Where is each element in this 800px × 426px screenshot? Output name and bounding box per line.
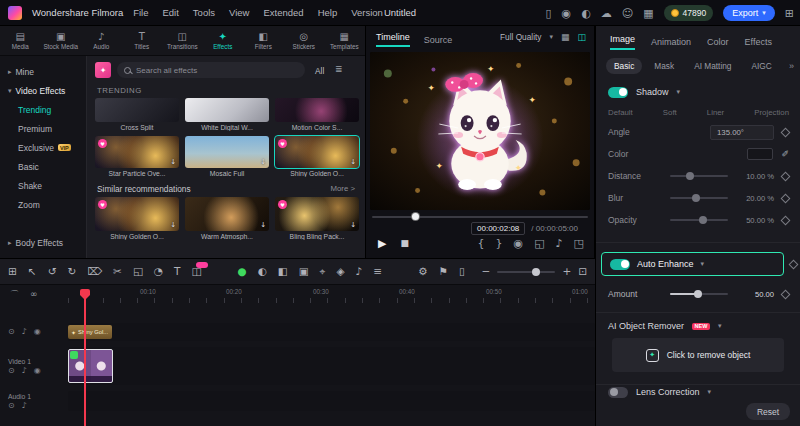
chevron-down-icon[interactable]: ▾ <box>701 260 705 268</box>
compare-view-icon[interactable]: ◫ <box>577 33 586 42</box>
tab-transitions[interactable]: ◫Transitions <box>162 26 203 55</box>
sidebar-item-shake[interactable]: Shake <box>0 176 86 195</box>
keyframe-icon[interactable]: ◈ <box>336 266 344 277</box>
workspace-icon[interactable]: ▦ <box>643 8 653 19</box>
track-mute-icon[interactable]: ♪ <box>22 402 27 410</box>
current-timecode[interactable]: 00:00:02:08 <box>471 222 525 235</box>
subtab-ai-matting[interactable]: AI Matting <box>686 58 739 74</box>
grid-view-icon[interactable]: ▦ <box>561 33 570 42</box>
tab-stickers[interactable]: ◎Stickers <box>284 26 325 55</box>
tab-stock-media[interactable]: ▣Stock Media <box>41 26 82 55</box>
menu-view[interactable]: View <box>229 7 249 18</box>
audio-mixer-icon[interactable]: ≡ <box>373 266 382 277</box>
text-tool-icon[interactable]: T <box>174 266 180 277</box>
tab-animation[interactable]: Animation <box>651 37 691 47</box>
audio-track-lane[interactable] <box>68 391 595 411</box>
motion-track-icon[interactable]: ⌖ <box>320 266 326 277</box>
snapshot-icon[interactable]: ◉ <box>514 238 524 249</box>
amount-slider[interactable] <box>670 293 728 295</box>
split-scissors-icon[interactable]: ✂ <box>113 266 122 277</box>
preset-projection[interactable]: Projection <box>754 108 789 117</box>
reset-button[interactable]: Reset <box>746 403 790 420</box>
download-icon[interactable]: ↓ <box>260 158 266 166</box>
tab-titles[interactable]: TTitles <box>122 26 163 55</box>
subtab-basic[interactable]: Basic <box>606 58 642 74</box>
effect-thumb-motion-color[interactable] <box>275 98 359 122</box>
account-icon[interactable]: ☺ <box>622 8 633 19</box>
lens-correction-toggle[interactable] <box>608 387 628 398</box>
keyframe-diamond-icon[interactable] <box>789 259 799 269</box>
tab-timeline[interactable]: Timeline <box>376 32 410 47</box>
menu-edit[interactable]: Edit <box>162 7 178 18</box>
preview-canvas[interactable]: ✦✦✦✦✦ <box>370 52 590 210</box>
menu-tools[interactable]: Tools <box>193 7 215 18</box>
chevron-down-icon[interactable]: ▾ <box>677 88 681 96</box>
filter-all-dropdown[interactable]: All <box>315 66 324 76</box>
track-enable-icon[interactable]: ⊙ <box>8 402 15 410</box>
keyframe-diamond-icon[interactable] <box>781 215 791 225</box>
keyframe-diamond-icon[interactable] <box>781 289 791 299</box>
fx-track-lane[interactable] <box>68 323 595 341</box>
sidebar-item-basic[interactable]: Basic <box>0 157 86 176</box>
link-clips-icon[interactable]: ∞ <box>30 290 38 299</box>
scrubber-handle[interactable] <box>411 212 420 221</box>
download-icon[interactable]: ↓ <box>350 221 356 229</box>
effect-thumb-cross-split[interactable] <box>95 98 179 122</box>
zoom-in-icon[interactable]: + <box>562 266 571 277</box>
cloud-icon[interactable]: ☁ <box>601 8 612 19</box>
delete-icon[interactable]: ⌦ <box>87 266 102 277</box>
render-icon[interactable]: ⚙ <box>418 266 427 277</box>
more-link[interactable]: More > <box>331 184 355 193</box>
preset-liner[interactable]: Liner <box>707 108 724 117</box>
voiceover-icon[interactable]: ♪ <box>356 266 363 277</box>
undo-icon[interactable]: ↺ <box>48 266 57 277</box>
fullscreen-icon[interactable]: ◳ <box>574 238 584 249</box>
effect-thumb-warm-atmosphere[interactable]: ↓ <box>185 197 269 231</box>
sidebar-item-exclusive[interactable]: ExclusiveVIP <box>0 138 86 157</box>
tab-image[interactable]: Image <box>610 34 635 50</box>
tab-filters[interactable]: ◧Filters <box>243 26 284 55</box>
download-icon[interactable]: ↓ <box>260 221 266 229</box>
pip-icon[interactable]: ◫ <box>191 266 201 277</box>
chevron-down-icon[interactable]: ▾ <box>718 322 722 330</box>
eyedropper-icon[interactable]: ✐ <box>781 150 789 159</box>
mark-in-icon[interactable]: { <box>478 238 485 249</box>
subtabs-overflow[interactable]: » <box>789 61 794 71</box>
tab-source[interactable]: Source <box>424 35 453 45</box>
timeline-zoom-slider[interactable] <box>497 271 555 273</box>
angle-input[interactable]: 135.00° <box>710 125 774 140</box>
filter-icon[interactable]: ≣ <box>335 65 343 74</box>
split-screen-icon[interactable]: ◧ <box>278 266 288 277</box>
chevron-down-icon[interactable]: ▾ <box>708 388 712 396</box>
keyframe-diamond-icon[interactable] <box>781 193 791 203</box>
effect-thumb-star-particle[interactable]: ♥ ↓ <box>95 136 179 168</box>
snap-magnet-icon[interactable]: ⌒ <box>10 290 19 299</box>
tab-effects[interactable]: Effects <box>745 37 772 47</box>
bell-icon[interactable]: ◉ <box>562 8 572 19</box>
menu-extended[interactable]: Extended <box>263 7 303 18</box>
chroma-key-icon[interactable]: ● <box>237 266 246 277</box>
track-visibility-icon[interactable]: ◉ <box>34 367 41 375</box>
color-swatch[interactable] <box>747 148 773 160</box>
device-icon[interactable]: ▯ <box>545 8 551 19</box>
quality-dropdown[interactable]: Full Quality <box>500 32 542 42</box>
sidebar-item-zoom[interactable]: Zoom <box>0 195 86 214</box>
auto-enhance-toggle[interactable] <box>610 259 630 270</box>
sidebar-group-video-effects[interactable]: ▾Video Effects <box>0 81 86 100</box>
effect-thumb-mosaic-full[interactable]: ↓ <box>185 136 269 168</box>
layout-panels-icon[interactable]: ⊞ <box>785 8 794 19</box>
volume-icon[interactable]: ♪ <box>556 238 563 249</box>
shadow-toggle[interactable] <box>608 87 628 98</box>
keyframe-diamond-icon[interactable] <box>781 171 791 181</box>
subtab-mask[interactable]: Mask <box>646 58 682 74</box>
effect-thumb-shiny-golden-selected[interactable]: ♥ ↓ <box>275 136 359 168</box>
tab-templates[interactable]: ▦Templates <box>324 26 365 55</box>
effect-clip[interactable]: ✦ Shiny Gol... <box>68 325 112 339</box>
select-tool-icon[interactable]: ↖ <box>28 266 37 277</box>
stop-button[interactable]: ■ <box>400 239 409 248</box>
track-mute-icon[interactable]: ♪ <box>22 328 27 336</box>
adjust-icon[interactable]: ◐ <box>258 266 267 277</box>
favorites-button[interactable]: ✦ <box>95 62 111 78</box>
track-enable-icon[interactable]: ⊙ <box>8 328 15 336</box>
media-board-icon[interactable]: ⊞ <box>8 266 17 277</box>
